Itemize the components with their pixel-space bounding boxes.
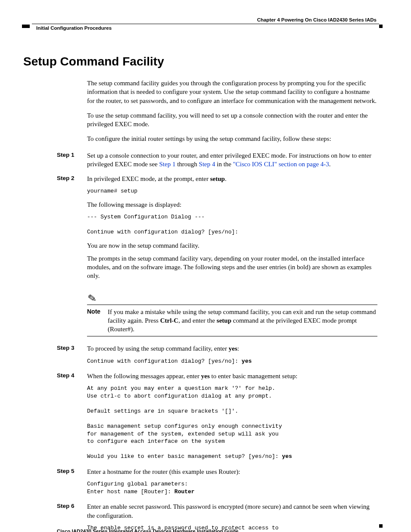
page: Chapter 4 Powering On Cisco IAD2430 Seri… (0, 0, 411, 532)
step-text: The following message is displayed: (87, 200, 377, 209)
note-rule-top (87, 305, 377, 305)
step-text: In privileged EXEC mode, at the prompt, … (87, 174, 377, 183)
step-content: In privileged EXEC mode, at the prompt, … (87, 174, 377, 285)
page-title: Setup Command Facility (23, 55, 379, 68)
link-step4[interactable]: Step 4 (199, 161, 215, 168)
step-text: Enter an enable secret password. This pa… (87, 502, 377, 520)
note-text: If you make a mistake while using the se… (108, 308, 377, 334)
step-content: To proceed by using the setup command fa… (87, 344, 377, 370)
step-row: Step 1 Set up a console connection to yo… (32, 151, 379, 173)
step-label: Step 5 (57, 467, 87, 501)
step-label: Step 2 (57, 174, 87, 285)
step-text: The prompts in the setup command facilit… (87, 254, 377, 280)
step-row: Step 5 Enter a hostname for the router (… (32, 467, 379, 501)
header-marker-right (379, 25, 383, 28)
step-content: Enter a hostname for the router (this ex… (87, 467, 377, 501)
header-marker-left (22, 25, 30, 28)
note-label: Note (87, 308, 108, 334)
step-label: Step 3 (57, 344, 87, 370)
header-rule (32, 24, 379, 24)
link-cisco-ios-cli[interactable]: "Cisco IOS CLI" section on page 4-3 (233, 161, 329, 168)
step-row: Step 2 In privileged EXEC mode, at the p… (32, 174, 379, 285)
footer-marker-right (379, 524, 383, 528)
step-row: Step 3 To proceed by using the setup com… (32, 344, 379, 370)
code-block: Configuring global parameters: Enter hos… (87, 480, 377, 495)
footer-guide-title: Cisco IAD2430 Series Integrated Access D… (57, 529, 379, 532)
code-block: At any point you may enter a question ma… (87, 385, 377, 460)
note-block: ✎ Note If you make a mistake while using… (87, 292, 377, 337)
page-footer: Cisco IAD2430 Series Integrated Access D… (32, 529, 379, 532)
intro-paragraph: To configure the initial router settings… (87, 134, 377, 143)
step-label: Step 1 (57, 151, 87, 173)
step-text: Enter a hostname for the router (this ex… (87, 467, 377, 476)
code-block: yourname# setup (87, 187, 377, 195)
step-row: Step 6 Enter an enable secret password. … (32, 502, 379, 532)
step-content: Enter an enable secret password. This pa… (87, 502, 377, 532)
step-label: Step 6 (57, 502, 87, 532)
pencil-icon: ✎ (87, 292, 97, 305)
step-text: When the following messages appear, ente… (87, 372, 377, 380)
page-header: Chapter 4 Powering On Cisco IAD2430 Seri… (32, 17, 379, 31)
header-chapter: Chapter 4 Powering On Cisco IAD2430 Seri… (32, 17, 379, 22)
intro-block: The setup command facility guides you th… (87, 79, 377, 143)
header-section: Initial Configuration Procedures (32, 25, 379, 31)
note-rule-bottom (87, 336, 377, 336)
step-label: Step 4 (57, 372, 87, 466)
code-block: --- System Configuration Dialog --- Cont… (87, 213, 377, 236)
step-text: To proceed by using the setup command fa… (87, 344, 377, 353)
intro-paragraph: To use the setup command facility, you w… (87, 111, 377, 129)
code-block: Continue with configuration dialog? [yes… (87, 358, 377, 365)
step-content: When the following messages appear, ente… (87, 372, 377, 466)
link-step1[interactable]: Step 1 (159, 161, 175, 168)
step-text: Set up a console connection to your rout… (87, 151, 377, 169)
step-row: Step 4 When the following messages appea… (32, 372, 379, 466)
step-content: Set up a console connection to your rout… (87, 151, 377, 173)
intro-paragraph: The setup command facility guides you th… (87, 79, 377, 105)
step-text: You are now in the setup command facilit… (87, 241, 377, 250)
